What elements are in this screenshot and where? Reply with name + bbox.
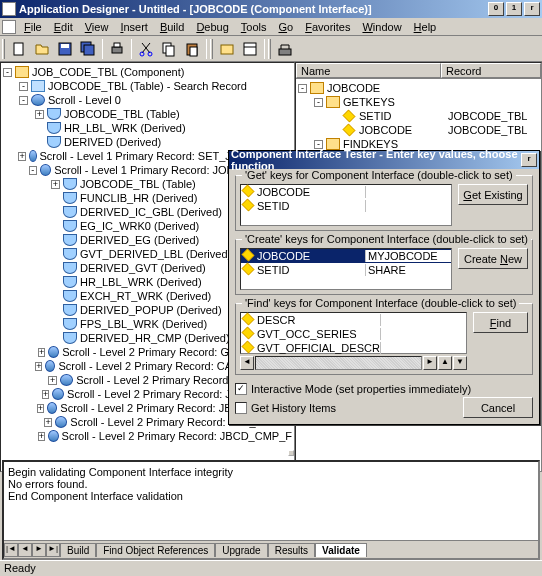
maximize-button[interactable]: 1 <box>506 2 522 16</box>
tree-expand-button[interactable]: - <box>19 82 28 91</box>
level-icon <box>52 388 64 400</box>
dialog-close-button[interactable]: r <box>521 153 537 167</box>
output-tab-results[interactable]: Results <box>268 543 315 557</box>
get-keys-grid[interactable]: JOBCODESETID <box>240 184 452 226</box>
scroll-left-button[interactable]: ◄ <box>240 356 254 370</box>
menu-edit[interactable]: Edit <box>48 20 79 34</box>
key-icon <box>241 263 255 277</box>
scroll-up-button[interactable]: ▲ <box>438 356 452 370</box>
output-tab-validate[interactable]: Validate <box>315 543 367 557</box>
tree-row[interactable]: JOBCODEJOBCODE_TBL <box>298 123 539 137</box>
tree-expand-button[interactable]: + <box>51 180 60 189</box>
toolbar-grip-2[interactable] <box>210 39 213 59</box>
tree-label: DERIVED_IC_GBL (Derived) <box>80 206 222 218</box>
dialog-hscrollbar[interactable]: ◄ ► ▲ ▼ <box>240 356 467 370</box>
tree-expand-button[interactable]: + <box>44 418 52 427</box>
menu-insert[interactable]: Insert <box>114 20 154 34</box>
tab-prev-button[interactable]: ◄ <box>18 543 32 557</box>
menu-help[interactable]: Help <box>408 20 443 34</box>
toolbar-grip[interactable] <box>2 39 5 59</box>
key-row[interactable]: JOBCODE <box>241 185 451 199</box>
mdi-child-icon[interactable] <box>2 20 16 34</box>
tree-row[interactable]: HR_LBL_WRK (Derived) <box>3 121 292 135</box>
scroll-down-button[interactable]: ▼ <box>453 356 467 370</box>
close-button[interactable]: r <box>524 2 540 16</box>
output-tab-find-object-references[interactable]: Find Object References <box>96 543 215 557</box>
key-row[interactable]: GVT_OFFICIAL_DESCR <box>241 341 466 355</box>
tree-expand-button[interactable]: + <box>18 152 25 161</box>
tree-expand-button[interactable]: + <box>37 404 44 413</box>
properties-button[interactable] <box>239 38 261 60</box>
menu-go[interactable]: Go <box>273 20 300 34</box>
tree-row[interactable]: DERIVED (Derived) <box>3 135 292 149</box>
tree-expand-button[interactable]: + <box>42 390 50 399</box>
key-row[interactable]: JOBCODE <box>241 249 451 263</box>
create-new-button[interactable]: Create New <box>458 248 528 269</box>
menu-favorites[interactable]: Favorites <box>299 20 356 34</box>
tree-expand-button[interactable]: - <box>19 96 28 105</box>
scroll-right-button[interactable]: ► <box>423 356 437 370</box>
col-record[interactable]: Record <box>441 63 541 78</box>
key-icon <box>241 313 255 327</box>
tree-expand-button[interactable]: + <box>35 110 44 119</box>
key-value-input[interactable] <box>368 250 451 262</box>
save-button[interactable] <box>54 38 76 60</box>
tree-expand-button[interactable]: + <box>48 376 57 385</box>
tab-next-button[interactable]: ► <box>32 543 46 557</box>
tree-record-value: JOBCODE_TBL <box>448 124 527 136</box>
find-button[interactable]: Find <box>473 312 528 333</box>
tree-row[interactable]: -Scroll - Level 0 <box>3 93 292 107</box>
tree-row[interactable]: +Scroll - Level 2 Primary Record: JBCD_C… <box>3 429 292 443</box>
project-button[interactable] <box>216 38 238 60</box>
menu-file[interactable]: File <box>18 20 48 34</box>
find-keys-grid[interactable]: DESCRGVT_OCC_SERIESGVT_OFFICIAL_DESCR <box>240 312 467 354</box>
key-value[interactable] <box>366 250 451 262</box>
new-button[interactable] <box>8 38 30 60</box>
tree-expand-button[interactable]: - <box>314 98 323 107</box>
key-row[interactable]: GVT_OCC_SERIES <box>241 327 466 341</box>
tree-row[interactable]: -JOBCODE_TBL (Table) - Search Record <box>3 79 292 93</box>
tree-row[interactable]: -GETKEYS <box>298 95 539 109</box>
tree-expand-button[interactable]: - <box>298 84 307 93</box>
minimize-button[interactable]: 0 <box>488 2 504 16</box>
build-button[interactable] <box>274 38 296 60</box>
splitter-grip[interactable] <box>288 450 294 456</box>
col-name[interactable]: Name <box>296 63 441 78</box>
cancel-button[interactable]: Cancel <box>463 397 533 418</box>
scroll-track[interactable] <box>255 356 422 370</box>
tab-first-button[interactable]: |◄ <box>4 543 18 557</box>
interactive-mode-checkbox[interactable]: ✓ <box>235 383 247 395</box>
key-value[interactable]: SHARE <box>366 264 451 276</box>
tree-expand-button[interactable]: + <box>35 362 42 371</box>
get-existing-button[interactable]: Get Existing <box>458 184 528 205</box>
get-history-checkbox[interactable] <box>235 402 247 414</box>
cut-button[interactable] <box>135 38 157 60</box>
key-row[interactable]: DESCR <box>241 313 466 327</box>
output-tab-upgrade[interactable]: Upgrade <box>215 543 267 557</box>
menu-build[interactable]: Build <box>154 20 190 34</box>
menu-tools[interactable]: Tools <box>235 20 273 34</box>
tree-row[interactable]: SETIDJOBCODE_TBL <box>298 109 539 123</box>
key-row[interactable]: SETIDSHARE <box>241 263 451 277</box>
menu-debug[interactable]: Debug <box>190 20 234 34</box>
tree-row[interactable]: +JOBCODE_TBL (Table) <box>3 107 292 121</box>
create-keys-grid[interactable]: JOBCODESETIDSHARE <box>240 248 452 290</box>
tree-expand-button[interactable]: - <box>29 166 37 175</box>
tree-expand-button[interactable]: - <box>3 68 12 77</box>
paste-button[interactable] <box>181 38 203 60</box>
print-button[interactable] <box>106 38 128 60</box>
menu-view[interactable]: View <box>79 20 115 34</box>
tree-expand-button[interactable]: + <box>38 432 45 441</box>
tab-last-button[interactable]: ►| <box>46 543 60 557</box>
tree-row[interactable]: -JOBCODE <box>298 81 539 95</box>
tree-label: GVT_DERIVED_LBL (Derived) <box>80 248 231 260</box>
key-row[interactable]: SETID <box>241 199 451 213</box>
tree-row[interactable]: -JOB_CODE_TBL (Component) <box>3 65 292 79</box>
copy-button[interactable] <box>158 38 180 60</box>
open-button[interactable] <box>31 38 53 60</box>
save-all-button[interactable] <box>77 38 99 60</box>
output-tab-build[interactable]: Build <box>60 543 96 557</box>
tree-expand-button[interactable]: + <box>38 348 45 357</box>
toolbar-grip-3[interactable] <box>268 39 271 59</box>
menu-window[interactable]: Window <box>356 20 407 34</box>
